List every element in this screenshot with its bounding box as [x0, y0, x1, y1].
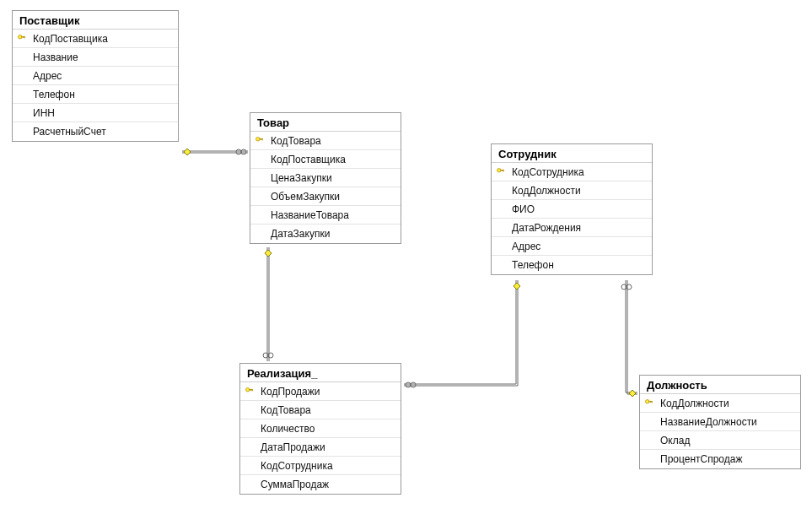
- entity-title: Товар: [250, 113, 401, 132]
- entity-body: КодТовараКодПоставщикаЦенаЗакупкиОбъемЗа…: [250, 132, 401, 243]
- field-label: КодПоставщика: [31, 33, 173, 45]
- primary-key-icon: [492, 167, 510, 177]
- field-row[interactable]: КодТовара: [250, 132, 401, 150]
- field-label: КодСотрудника: [510, 166, 647, 178]
- entity-title: Сотрудник: [492, 144, 652, 163]
- rel-tovar-realizacia: [263, 247, 273, 361]
- field-row[interactable]: КодПродажи: [240, 382, 401, 401]
- field-label: Оклад: [659, 435, 795, 446]
- entity-title: Должность: [640, 376, 800, 394]
- entity-realizacia[interactable]: Реализация_ КодПродажиКодТовараКоличеств…: [239, 363, 401, 495]
- entity-title: Реализация_: [240, 364, 401, 382]
- svg-rect-14: [261, 138, 261, 140]
- svg-rect-18: [502, 170, 503, 171]
- field-row[interactable]: КодСотрудника: [240, 457, 401, 475]
- field-row[interactable]: ЦенаЗакупки: [250, 169, 401, 187]
- field-row[interactable]: Название: [13, 48, 178, 67]
- field-label: ЦенаЗакупки: [269, 172, 395, 184]
- field-label: КодДолжности: [659, 398, 795, 409]
- field-row[interactable]: ПроцентСпродаж: [640, 450, 800, 468]
- field-row[interactable]: Оклад: [640, 431, 800, 450]
- primary-key-icon: [13, 34, 31, 44]
- field-label: РасчетныйСчет: [31, 126, 173, 138]
- field-row[interactable]: КодДолжности: [492, 181, 652, 200]
- field-row[interactable]: ОбъемЗакупки: [250, 187, 401, 206]
- svg-rect-26: [650, 401, 651, 403]
- field-row[interactable]: КодСотрудника: [492, 163, 652, 181]
- primary-key-icon: [640, 398, 659, 408]
- rel-sotrudnik-dolzhnost: [621, 280, 637, 397]
- field-label: НазваниеДолжности: [659, 416, 795, 428]
- field-row[interactable]: Телефон: [13, 85, 178, 104]
- entity-postavshik[interactable]: Поставщик КодПоставщикаНазваниеАдресТеле…: [12, 10, 179, 142]
- svg-rect-9: [24, 36, 25, 38]
- entity-sotrudnik[interactable]: Сотрудник КодСотрудникаКодДолжностиФИОДа…: [491, 143, 653, 275]
- svg-rect-21: [252, 389, 253, 391]
- entity-body: КодДолжностиНазваниеДолжностиОкладПроцен…: [640, 394, 800, 468]
- field-row[interactable]: ДатаПродажи: [240, 438, 401, 457]
- rel-postavshik-tovar: [182, 149, 248, 155]
- field-label: СуммаПродаж: [259, 479, 395, 490]
- field-row[interactable]: ДатаРождения: [492, 219, 652, 237]
- field-label: КодСотрудника: [259, 460, 395, 472]
- field-label: Количество: [259, 423, 395, 435]
- entity-title: Поставщик: [13, 11, 178, 30]
- entity-tovar[interactable]: Товар КодТовараКодПоставщикаЦенаЗакупкиО…: [250, 112, 401, 244]
- field-label: КодДолжности: [510, 185, 647, 197]
- field-row[interactable]: НазваниеТовара: [250, 206, 401, 225]
- field-row[interactable]: СуммаПродаж: [240, 475, 401, 494]
- field-row[interactable]: Количество: [240, 419, 401, 438]
- field-row[interactable]: КодТовара: [240, 401, 401, 419]
- field-label: КодТовара: [269, 135, 395, 147]
- field-row[interactable]: КодДолжности: [640, 394, 800, 413]
- field-row[interactable]: РасчетныйСчет: [13, 122, 178, 141]
- svg-rect-17: [503, 170, 504, 171]
- field-label: КодПоставщика: [269, 154, 395, 165]
- field-label: ФИО: [510, 203, 647, 215]
- field-label: ДатаЗакупки: [269, 228, 395, 240]
- field-label: КодПродажи: [259, 386, 395, 398]
- primary-key-icon: [250, 136, 269, 146]
- svg-rect-22: [250, 389, 251, 391]
- field-label: ОбъемЗакупки: [269, 191, 395, 203]
- entity-body: КодСотрудникаКодДолжностиФИОДатаРождения…: [492, 163, 652, 274]
- field-row[interactable]: ФИО: [492, 200, 652, 219]
- field-row[interactable]: ИНН: [13, 104, 178, 122]
- entity-body: КодПродажиКодТовараКоличествоДатаПродажи…: [240, 382, 401, 494]
- rel-sotrudnik-realizacia: [404, 280, 520, 387]
- svg-rect-25: [652, 401, 653, 403]
- er-diagram-canvas: Поставщик КодПоставщикаНазваниеАдресТеле…: [0, 0, 812, 514]
- svg-rect-10: [23, 36, 24, 38]
- field-row[interactable]: ДатаЗакупки: [250, 225, 401, 243]
- field-row[interactable]: НазваниеДолжности: [640, 413, 800, 431]
- field-label: Телефон: [510, 259, 647, 271]
- field-row[interactable]: Телефон: [492, 256, 652, 274]
- field-label: ДатаРождения: [510, 222, 647, 234]
- entity-dolzhnost[interactable]: Должность КодДолжностиНазваниеДолжностиО…: [639, 375, 801, 469]
- entity-body: КодПоставщикаНазваниеАдресТелефонИННРасч…: [13, 30, 178, 141]
- field-label: Адрес: [510, 241, 647, 252]
- field-label: Телефон: [31, 89, 173, 100]
- field-row[interactable]: Адрес: [492, 237, 652, 256]
- field-row[interactable]: КодПоставщика: [250, 150, 401, 169]
- field-label: ДатаПродажи: [259, 441, 395, 453]
- field-label: ИНН: [31, 107, 173, 119]
- field-label: Адрес: [31, 70, 173, 82]
- field-label: ПроцентСпродаж: [659, 453, 795, 465]
- primary-key-icon: [240, 387, 259, 397]
- field-row[interactable]: КодПоставщика: [13, 30, 178, 48]
- field-label: НазваниеТовара: [269, 209, 395, 221]
- field-label: КодТовара: [259, 404, 395, 416]
- field-label: Название: [31, 51, 173, 63]
- field-row[interactable]: Адрес: [13, 67, 178, 85]
- svg-rect-13: [262, 138, 263, 140]
